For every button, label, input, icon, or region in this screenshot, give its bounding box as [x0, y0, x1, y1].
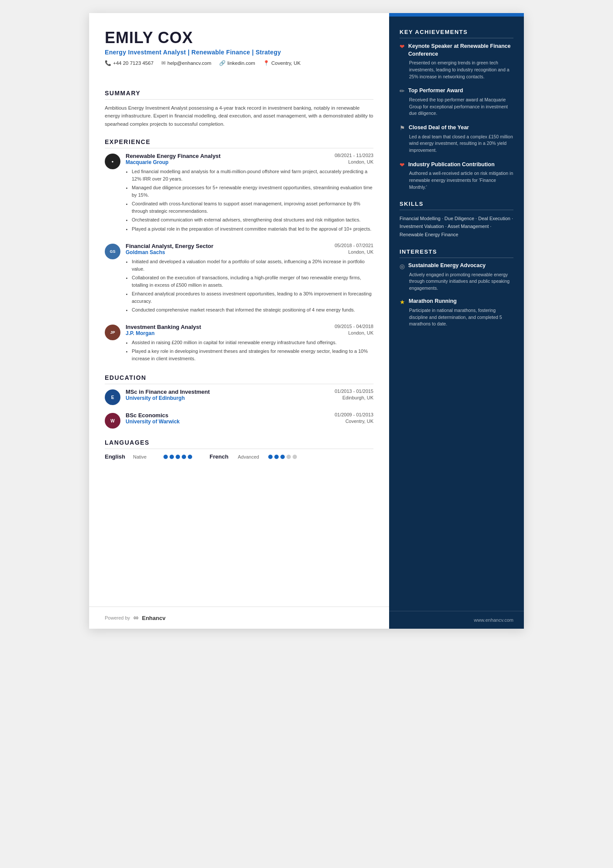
bullet-1-1: Led financial modelling and analysis for… — [132, 168, 373, 183]
jpmorgan-logo-text: JP — [110, 330, 115, 335]
experience-item-3: JP Investment Banking Analyst 09/2015 - … — [105, 324, 373, 364]
achievement-icon-1: ❤ — [400, 43, 405, 50]
footer-right: www.enhancv.com — [389, 611, 524, 629]
lang-level-french: Advanced — [238, 454, 264, 459]
bullet-1-3: Coordinated with cross-functional teams … — [132, 200, 373, 215]
exp-header-row-2: Financial Analyst, Energy Sector 05/2018… — [126, 243, 373, 249]
summary-text: Ambitious Energy Investment Analyst poss… — [105, 104, 373, 128]
bullet-1-4: Orchestrated communication with external… — [132, 216, 373, 224]
exp-sub-row-2: Goldman Sachs London, UK — [126, 249, 373, 255]
powered-by-text: Powered by — [105, 615, 130, 620]
interest-1: ◎ Sustainable Energy Advocacy Actively e… — [400, 262, 513, 292]
exp-body-1: Renewable Energy Finance Analyst 08/2021… — [126, 153, 373, 234]
macquarie-logo-text: ● — [112, 160, 114, 164]
right-column: KEY ACHIEVEMENTS ❤ Keynote Speaker at Re… — [389, 13, 524, 629]
bullet-3-2: Played a key role in developing investme… — [132, 348, 373, 362]
achievement-desc-2: Received the top performer award at Macq… — [400, 97, 513, 117]
edu-location-2: Coventry, UK — [345, 419, 373, 425]
footer-website: www.enhancv.com — [474, 617, 513, 623]
exp-company-3: J.P. Morgan — [126, 330, 154, 336]
exp-bullets-2: Initiated and developed a valuation mode… — [126, 258, 373, 314]
exp-sub-row-1: Macquarie Group London, UK — [126, 159, 373, 165]
exp-company-1: Macquarie Group — [126, 159, 169, 165]
bullet-2-1: Initiated and developed a valuation mode… — [132, 258, 373, 273]
edu-header-row-2: BSc Economics 01/2009 - 01/2013 — [126, 412, 373, 419]
achievement-desc-1: Presented on emerging trends in green te… — [400, 60, 513, 80]
interest-title-1: Sustainable Energy Advocacy — [408, 262, 486, 268]
edu-school-2: University of Warwick — [126, 419, 180, 425]
experience-item-1: ● Renewable Energy Finance Analyst 08/20… — [105, 153, 373, 234]
warwick-logo-text: W — [110, 419, 114, 423]
exp-dates-2: 05/2018 - 07/2021 — [335, 243, 373, 248]
enhancv-brand: Enhancv — [142, 615, 166, 621]
edu-dates-1: 01/2013 - 01/2015 — [335, 389, 373, 394]
lang-dots-english — [163, 455, 192, 459]
interest-header-2: ★ Marathon Running — [400, 298, 513, 305]
location-text: Coventry, UK — [271, 60, 301, 66]
interests-section-title: INTERESTS — [400, 248, 513, 258]
dot-fr-2 — [274, 455, 279, 459]
experience-item-2: GS Financial Analyst, Energy Sector 05/2… — [105, 243, 373, 315]
education-item-2: W BSc Economics 01/2009 - 01/2013 Univer… — [105, 412, 373, 429]
contact-email: ✉ help@enhancv.com — [161, 60, 211, 66]
dot-en-4 — [182, 455, 186, 459]
interest-desc-2: Participate in national marathons, foste… — [400, 307, 513, 328]
achievement-1: ❤ Keynote Speaker at Renewable Finance C… — [400, 43, 513, 80]
lang-name-english: English — [105, 453, 129, 460]
achievement-4: ❤ Industry Publication Contribution Auth… — [400, 161, 513, 191]
exp-bullets-3: Assisted in raising £200 million in capi… — [126, 339, 373, 362]
jpmorgan-logo: JP — [105, 325, 120, 340]
dot-en-5 — [188, 455, 192, 459]
dot-fr-1 — [268, 455, 273, 459]
achievement-2: ✏ Top Performer Award Received the top p… — [400, 87, 513, 117]
phone-text: +44 20 7123 4567 — [113, 60, 153, 66]
dot-fr-5 — [293, 455, 297, 459]
edu-degree-2: BSc Economics — [126, 412, 168, 419]
bullet-2-4: Conducted comprehensive market research … — [132, 306, 373, 314]
edu-sub-row-1: University of Edinburgh Edinburgh, UK — [126, 395, 373, 401]
infinity-icon: ∞ — [133, 614, 138, 622]
languages-row: English Native French Advanced — [105, 453, 373, 460]
edu-school-1: University of Edinburgh — [126, 395, 185, 401]
exp-body-3: Investment Banking Analyst 09/2015 - 04/… — [126, 324, 373, 364]
edinburgh-logo: E — [105, 389, 120, 405]
dot-en-1 — [163, 455, 168, 459]
macquarie-logo: ● — [105, 154, 120, 169]
education-section-title: EDUCATION — [105, 374, 373, 384]
bullet-1-2: Managed due diligence processes for 5+ r… — [132, 184, 373, 199]
exp-title-1: Renewable Energy Finance Analyst — [126, 153, 220, 159]
bullet-1-5: Played a pivotal role in the preparation… — [132, 225, 373, 233]
dot-fr-4 — [287, 455, 291, 459]
bullet-2-3: Enhanced analytical procedures to assess… — [132, 290, 373, 305]
bullet-2-2: Collaborated on the execution of transac… — [132, 274, 373, 289]
right-top-bar — [389, 13, 524, 17]
contact-linkedin: 🔗 linkedin.com — [219, 60, 255, 66]
interest-icon-1: ◎ — [400, 263, 405, 270]
exp-sub-row-3: J.P. Morgan London, UK — [126, 330, 373, 336]
achievement-3: ⚑ Closed Deal of the Year Led a deal tea… — [400, 124, 513, 154]
edu-dates-2: 01/2009 - 01/2013 — [335, 412, 373, 417]
interest-2: ★ Marathon Running Participate in nation… — [400, 298, 513, 328]
exp-title-3: Investment Banking Analyst — [126, 324, 201, 330]
right-main-content: KEY ACHIEVEMENTS ❤ Keynote Speaker at Re… — [389, 17, 524, 611]
contact-row: 📞 +44 20 7123 4567 ✉ help@enhancv.com 🔗 … — [105, 60, 373, 66]
footer-left: Powered by ∞ Enhancv — [89, 607, 389, 629]
interest-header-1: ◎ Sustainable Energy Advocacy — [400, 262, 513, 270]
bullet-3-1: Assisted in raising £200 million in capi… — [132, 339, 373, 346]
interest-icon-2: ★ — [400, 298, 405, 305]
lang-name-french: French — [210, 453, 233, 460]
achievements-section-title: KEY ACHIEVEMENTS — [400, 29, 513, 38]
exp-location-1: London, UK — [348, 159, 373, 165]
exp-dates-3: 09/2015 - 04/2018 — [335, 324, 373, 329]
exp-location-2: London, UK — [348, 249, 373, 255]
linkedin-icon: 🔗 — [219, 60, 226, 66]
language-french: French Advanced — [210, 453, 297, 460]
achievement-icon-3: ⚑ — [400, 124, 405, 131]
edu-body-2: BSc Economics 01/2009 - 01/2013 Universi… — [126, 412, 373, 425]
resume-wrapper: EMILY COX Energy Investment Analyst | Re… — [89, 13, 524, 629]
left-column: EMILY COX Energy Investment Analyst | Re… — [89, 13, 389, 629]
languages-section-title: LANGUAGES — [105, 439, 373, 449]
edu-body-1: MSc in Finance and Investment 01/2013 - … — [126, 389, 373, 401]
exp-bullets-1: Led financial modelling and analysis for… — [126, 168, 373, 232]
edinburgh-logo-text: E — [111, 395, 114, 400]
